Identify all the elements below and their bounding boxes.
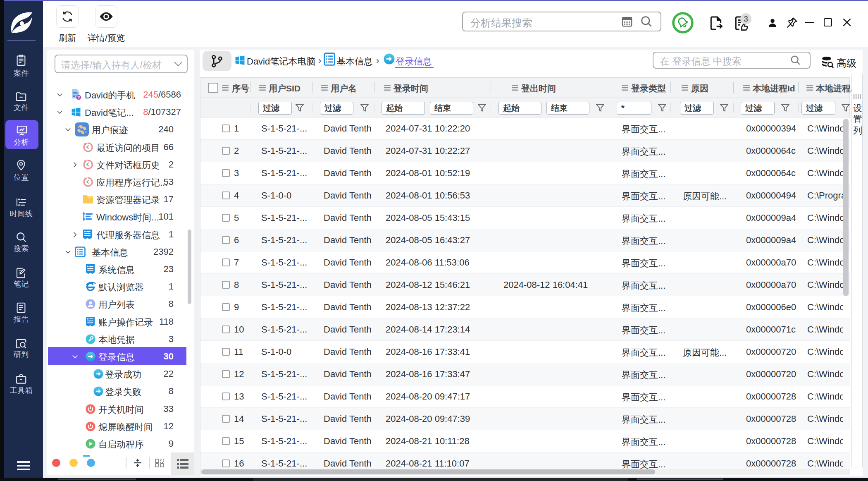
svg-text:?: ?	[77, 95, 80, 100]
